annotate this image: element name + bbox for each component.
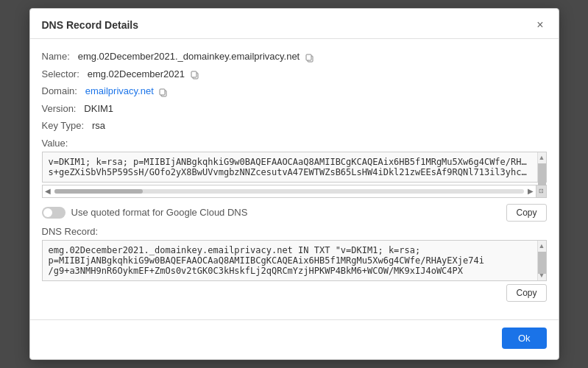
h-scroll-right-arrow[interactable]: ▶ xyxy=(525,187,536,195)
copy-value-button[interactable]: Copy xyxy=(506,204,546,222)
value-scroll-up[interactable]: ▲ xyxy=(539,152,545,163)
selector-value: emg.02December2021 xyxy=(88,68,185,79)
name-row: Name: emg.02December2021._domainkey.emai… xyxy=(42,49,547,64)
key-type-value: rsa xyxy=(92,120,105,131)
google-cloud-dns-toggle[interactable] xyxy=(42,207,65,219)
value-container: v=DKIM1; k=rsa; p=MIIBIjANBgkqhkiG9w0BAQ… xyxy=(42,152,547,183)
h-scroll-corner: ⊡ xyxy=(536,185,546,197)
name-value: emg.02December2021._domainkey.emailpriva… xyxy=(78,51,300,62)
selector-copy-icon[interactable] xyxy=(191,69,201,79)
background-page: DNS Record Details × Name: emg.02Decembe… xyxy=(0,0,588,368)
dns-record-container: emg.02December2021._domainkey.emailpriva… xyxy=(42,240,547,281)
value-label: Value: xyxy=(42,138,547,149)
domain-copy-icon[interactable] xyxy=(159,87,169,97)
dns-record-scroll-wrapper: emg.02December2021._domainkey.emailpriva… xyxy=(43,241,546,280)
svg-rect-3 xyxy=(191,71,196,77)
name-copy-icon[interactable] xyxy=(305,52,316,63)
horizontal-scrollbar[interactable]: ◀ ▶ ⊡ xyxy=(42,185,547,198)
dialog-header: DNS Record Details × xyxy=(30,9,559,39)
dns-scroll-up[interactable]: ▲ xyxy=(539,241,545,251)
h-scroll-track xyxy=(54,189,524,194)
value-scrollbar[interactable]: ▲ ▼ xyxy=(537,152,546,182)
value-scroll-track xyxy=(538,163,546,171)
copy-dns-button[interactable]: Copy xyxy=(506,284,546,302)
selector-label: Selector: xyxy=(42,68,79,79)
value-scroll-thumb[interactable] xyxy=(538,163,546,185)
toggle-section: Use quoted format for Google Cloud DNS xyxy=(42,207,248,219)
key-type-label: Key Type: xyxy=(42,120,85,131)
dialog-body: Name: emg.02December2021._domainkey.emai… xyxy=(30,39,559,312)
ok-button[interactable]: Ok xyxy=(502,328,547,349)
dns-record-content: emg.02December2021._domainkey.emailpriva… xyxy=(43,241,537,280)
toggle-row: Use quoted format for Google Cloud DNS C… xyxy=(42,204,547,222)
dns-scrollbar[interactable]: ▲ ▼ xyxy=(537,241,546,280)
dns-line-3: /g9+a3NMH9nR6OykmEF+ZmOs0v2tGK0C3kHskfLj… xyxy=(49,266,531,276)
domain-row: Domain: emailprivacy.net xyxy=(42,84,547,99)
modal-overlay: DNS Record Details × Name: emg.02Decembe… xyxy=(0,0,588,368)
selector-row: Selector: emg.02December2021 xyxy=(42,67,547,82)
svg-rect-1 xyxy=(306,54,311,60)
key-type-row: Key Type: rsa xyxy=(42,118,547,133)
h-scroll-left-arrow[interactable]: ◀ xyxy=(43,187,53,195)
svg-rect-5 xyxy=(160,89,165,95)
domain-value: emailprivacy.net xyxy=(85,85,154,96)
value-line-1: v=DKIM1; k=rsa; p=MIIBIjANBgkqhkiG9w0BAQ… xyxy=(49,157,531,167)
version-label: Version: xyxy=(42,103,77,114)
h-scroll-thumb[interactable] xyxy=(54,189,143,194)
dns-line-2: p=MIIBIjANBgkqhkiG9w0BAQEFAAOCAaQ8AMIIBC… xyxy=(49,255,531,266)
copy-dns-row: Copy xyxy=(42,284,547,302)
name-label: Name: xyxy=(42,51,70,62)
dns-record-dialog: DNS Record Details × Name: emg.02Decembe… xyxy=(29,8,559,360)
version-value: DKIM1 xyxy=(84,103,113,114)
domain-label: Domain: xyxy=(42,85,77,96)
dialog-footer: Ok xyxy=(30,319,559,359)
value-line-2: s+geZXiSbVh5P59SsH/GOfo2yX8BwUVvmgbzNNZc… xyxy=(49,167,531,177)
dialog-title: DNS Record Details xyxy=(42,19,138,31)
version-row: Version: DKIM1 xyxy=(42,102,547,116)
value-content: v=DKIM1; k=rsa; p=MIIBIjANBgkqhkiG9w0BAQ… xyxy=(43,152,537,182)
dns-scroll-track xyxy=(538,252,546,269)
toggle-label: Use quoted format for Google Cloud DNS xyxy=(71,207,248,218)
dns-line-1: emg.02December2021._domainkey.emailpriva… xyxy=(49,245,531,255)
close-button[interactable]: × xyxy=(534,18,546,32)
dns-scroll-thumb[interactable] xyxy=(538,252,546,274)
value-scroll-wrapper: v=DKIM1; k=rsa; p=MIIBIjANBgkqhkiG9w0BAQ… xyxy=(43,152,546,182)
dns-record-label: DNS Record: xyxy=(42,226,547,237)
